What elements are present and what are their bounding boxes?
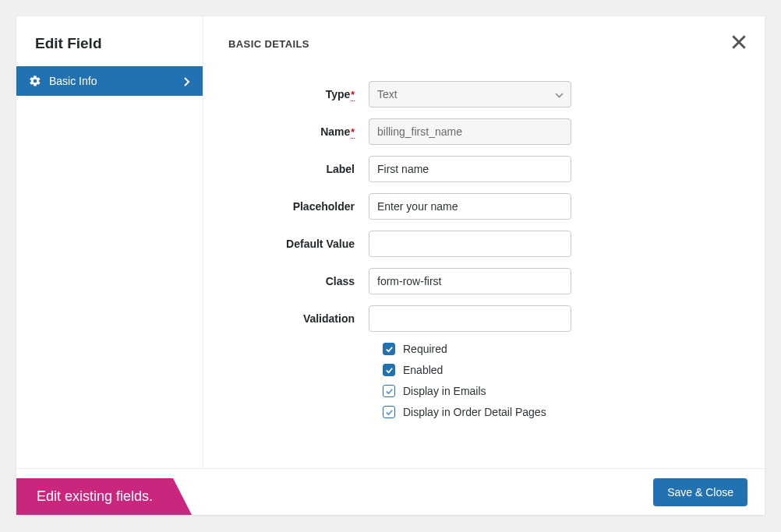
- sidebar: Edit Field Basic Info: [16, 16, 203, 468]
- checkbox-row-display-emails: Display in Emails: [383, 385, 740, 397]
- checkbox-row-required: Required: [383, 343, 740, 355]
- label-class: Class: [228, 275, 369, 287]
- modal-body: Edit Field Basic Info BASIC DETAILS Type…: [16, 16, 765, 468]
- label-validation: Validation: [228, 312, 369, 325]
- row-name: Name*: [228, 118, 740, 145]
- checkbox-display-emails[interactable]: [383, 385, 395, 397]
- caption-banner: Edit existing fields.: [16, 478, 173, 515]
- label-name: Name*: [228, 125, 369, 138]
- row-label: Label: [228, 156, 740, 182]
- section-title: BASIC DETAILS: [228, 38, 740, 50]
- chevron-right-icon: [184, 76, 190, 86]
- checkbox-enabled[interactable]: [383, 364, 395, 376]
- label-type: Type*: [228, 88, 369, 100]
- checkbox-row-display-orders: Display in Order Detail Pages: [383, 406, 740, 418]
- sidebar-item-label: Basic Info: [49, 75, 97, 87]
- sidebar-item-basic-info[interactable]: Basic Info: [16, 66, 203, 96]
- sidebar-title: Edit Field: [16, 16, 203, 66]
- label-default-value: Default Value: [228, 238, 369, 250]
- class-input[interactable]: [369, 268, 571, 294]
- checkbox-required-label: Required: [403, 343, 447, 355]
- label-placeholder: Placeholder: [228, 200, 369, 213]
- save-close-button[interactable]: Save & Close: [653, 478, 747, 506]
- checkbox-display-orders[interactable]: [383, 406, 395, 418]
- gear-icon: [29, 75, 41, 87]
- label-label: Label: [228, 163, 369, 175]
- checkbox-display-emails-label: Display in Emails: [403, 385, 486, 397]
- close-button[interactable]: [730, 33, 747, 51]
- row-validation: Validation: [228, 305, 740, 332]
- label-input[interactable]: [369, 156, 571, 182]
- row-default-value: Default Value: [228, 231, 740, 257]
- content-panel: BASIC DETAILS Type* Name* Label P: [203, 16, 765, 468]
- checkbox-display-orders-label: Display in Order Detail Pages: [403, 406, 546, 418]
- checkbox-enabled-label: Enabled: [403, 364, 443, 376]
- caption-text: Edit existing fields.: [37, 488, 153, 505]
- default-value-input[interactable]: [369, 231, 571, 257]
- name-input[interactable]: [369, 118, 571, 145]
- checkbox-row-enabled: Enabled: [383, 364, 740, 376]
- placeholder-input[interactable]: [369, 193, 571, 220]
- row-class: Class: [228, 268, 740, 294]
- checkbox-required[interactable]: [383, 343, 395, 355]
- select-type[interactable]: [369, 81, 571, 107]
- row-placeholder: Placeholder: [228, 193, 740, 220]
- close-icon: [730, 33, 747, 51]
- row-type: Type*: [228, 81, 740, 107]
- type-input[interactable]: [369, 81, 571, 107]
- edit-field-modal: Edit Field Basic Info BASIC DETAILS Type…: [16, 16, 765, 515]
- validation-input[interactable]: [369, 305, 571, 332]
